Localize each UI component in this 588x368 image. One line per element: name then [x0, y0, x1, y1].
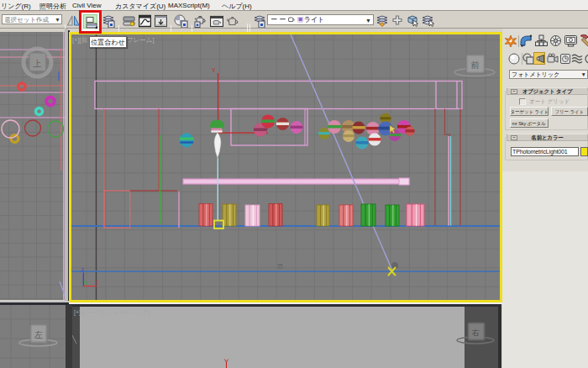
svg-text:Z: Z: [81, 267, 85, 272]
svg-text:右: 右: [471, 329, 480, 337]
svg-text:前: 前: [471, 60, 480, 70]
svg-text:西: 西: [277, 263, 283, 270]
svg-text:[+][前: [+][前: [72, 36, 88, 44]
svg-text:[+] [パース] [シェーディング]: [+] [パース] [シェーディング]: [74, 309, 150, 316]
svg-text:上: 上: [33, 59, 42, 68]
svg-text:Y: Y: [212, 67, 216, 73]
svg-text:フレーム]: フレーム]: [127, 36, 155, 44]
svg-text:X: X: [96, 280, 99, 285]
svg-text:左: 左: [34, 330, 43, 339]
